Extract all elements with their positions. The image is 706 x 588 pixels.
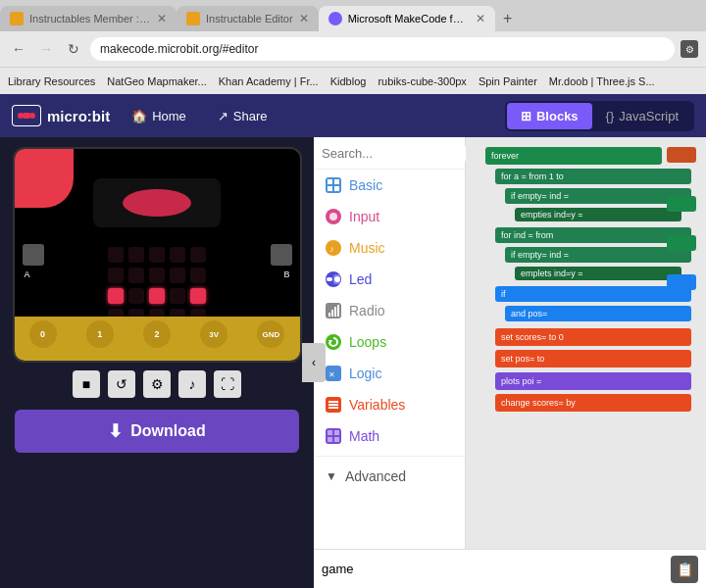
code-block[interactable]: empties ind=y =: [515, 208, 681, 221]
reload-button[interactable]: ↻: [63, 38, 84, 60]
led-3: [170, 247, 185, 263]
svg-rect-4: [328, 179, 332, 184]
restart-button[interactable]: ↺: [108, 370, 135, 398]
share-button[interactable]: ↗ Share: [208, 104, 277, 128]
tab-instructables-member[interactable]: Instructables Member : moham... ✕: [0, 6, 176, 31]
pin-gnd: GND: [257, 320, 284, 348]
code-block[interactable]: set scores= to 0: [495, 328, 691, 346]
bookmark-kidblog[interactable]: Kidblog: [330, 75, 367, 87]
code-block[interactable]: set pos= to: [495, 350, 691, 368]
block-item-logic[interactable]: ✕ Logic: [314, 358, 465, 389]
code-block[interactable]: if empty= ind =: [505, 188, 691, 204]
button-a[interactable]: A: [23, 244, 44, 266]
browser-chrome: Instructables Member : moham... ✕ Instru…: [0, 0, 706, 94]
svg-rect-15: [334, 307, 336, 317]
code-block[interactable]: for a = from 1 to: [495, 169, 691, 184]
bookmarks-bar: Library Resources NatGeo Mapmaker... Kha…: [0, 67, 706, 94]
button-b[interactable]: B: [271, 244, 292, 266]
share-icon: ↗: [218, 109, 228, 123]
javascript-button[interactable]: {} JavaScript: [592, 103, 692, 129]
app-header: micro:bit 🏠 Home ↗ Share ⊞ Blocks {} Jav…: [0, 94, 706, 137]
bookmark-library[interactable]: Library Resources: [8, 75, 95, 87]
block-item-advanced[interactable]: ▼ Advanced: [314, 461, 465, 492]
address-bar-row: ← → ↻ ⚙: [0, 31, 706, 67]
device-display: [93, 178, 221, 227]
extensions-area: ⚙: [681, 40, 698, 58]
block-item-variables[interactable]: Variables: [314, 389, 465, 420]
led-7: [149, 268, 165, 283]
settings-button[interactable]: ⚙: [143, 370, 171, 398]
svg-rect-24: [328, 437, 332, 442]
block-item-basic[interactable]: Basic: [314, 170, 465, 201]
main-area: A B 0 1 2 3V GND ■ ↺ ⚙ ♪ ⛶ ⬇ Download: [0, 137, 706, 588]
block-item-loops[interactable]: Loops: [314, 326, 465, 358]
code-block[interactable]: change scores= by: [495, 394, 691, 412]
code-block[interactable]: emplets ind=y =: [515, 267, 681, 280]
search-input[interactable]: [322, 146, 486, 161]
svg-rect-14: [331, 310, 333, 317]
code-block[interactable]: [667, 235, 696, 251]
sound-button[interactable]: ♪: [178, 370, 206, 398]
code-block[interactable]: if: [495, 286, 691, 302]
code-block[interactable]: forever: [485, 147, 662, 165]
microbit-logo[interactable]: micro:bit: [12, 105, 110, 126]
bottom-search-icon[interactable]: 📋: [671, 556, 698, 583]
svg-text:♪: ♪: [329, 244, 334, 254]
svg-point-8: [329, 213, 337, 220]
bookmark-mrdoob[interactable]: Mr.doob | Three.js S...: [549, 75, 655, 87]
bottom-search-input[interactable]: [322, 562, 665, 576]
pin-2: 2: [143, 320, 171, 348]
code-block[interactable]: [667, 196, 696, 212]
pin-1: 1: [86, 320, 114, 348]
svg-rect-5: [334, 179, 339, 184]
bottom-search-bar: 📋: [314, 549, 706, 588]
block-item-input[interactable]: Input: [314, 201, 465, 232]
block-item-radio[interactable]: Radio: [314, 295, 465, 326]
bookmark-khan[interactable]: Khan Academy | Fr...: [219, 75, 319, 87]
led-14: [190, 288, 206, 304]
svg-point-12: [334, 276, 340, 282]
tab-makecode[interactable]: Microsoft MakeCode for micro:b... ✕: [319, 6, 495, 31]
tab-bar: Instructables Member : moham... ✕ Instru…: [0, 0, 706, 31]
svg-rect-19: [328, 401, 338, 403]
blocks-button[interactable]: ⊞ Blocks: [507, 103, 592, 129]
led-1: [128, 247, 144, 263]
back-button[interactable]: ←: [8, 38, 29, 60]
pin-3v: 3V: [200, 320, 227, 348]
simulator-panel: A B 0 1 2 3V GND ■ ↺ ⚙ ♪ ⛶ ⬇ Download: [0, 137, 314, 588]
new-tab-button[interactable]: +: [495, 6, 521, 31]
led-8: [170, 268, 185, 283]
bookmark-natgeo[interactable]: NatGeo Mapmaker...: [107, 75, 207, 87]
svg-rect-25: [334, 437, 339, 442]
download-button[interactable]: ⬇ Download: [15, 410, 299, 453]
led-0: [108, 247, 124, 263]
svg-rect-7: [334, 186, 339, 191]
collapse-panel-button[interactable]: ‹: [302, 343, 326, 382]
address-input[interactable]: [90, 37, 675, 61]
logo-text: micro:bit: [47, 108, 110, 124]
code-block[interactable]: for ind = from: [495, 227, 691, 243]
code-block[interactable]: and pos=: [505, 306, 691, 321]
block-item-math[interactable]: Math: [314, 420, 465, 452]
microbit-device: A B 0 1 2 3V GND: [13, 147, 302, 363]
code-block[interactable]: plots poi =: [495, 372, 691, 390]
block-item-music[interactable]: ♪ Music: [314, 232, 465, 264]
code-block[interactable]: [667, 274, 696, 290]
tab-instructable-editor[interactable]: Instructable Editor ✕: [176, 6, 319, 31]
bookmark-rubiks[interactable]: rubiks-cube-300px: [378, 75, 467, 87]
block-item-led[interactable]: Led: [314, 264, 465, 295]
fullscreen-button[interactable]: ⛶: [214, 370, 241, 398]
home-button[interactable]: 🏠 Home: [122, 104, 196, 128]
svg-rect-21: [328, 407, 338, 409]
bookmark-spin[interactable]: Spin Painter: [479, 75, 537, 87]
braces-icon: {}: [606, 109, 615, 123]
code-block[interactable]: if empty= ind =: [505, 247, 691, 263]
svg-rect-23: [334, 430, 339, 435]
svg-rect-10: [327, 277, 332, 281]
forward-button[interactable]: →: [35, 38, 57, 60]
stop-button[interactable]: ■: [73, 370, 100, 398]
blocks-icon: ⊞: [521, 109, 531, 123]
code-block[interactable]: [667, 147, 696, 163]
toggle-container: ⊞ Blocks {} JavaScript: [505, 101, 694, 131]
led-5: [108, 268, 124, 283]
